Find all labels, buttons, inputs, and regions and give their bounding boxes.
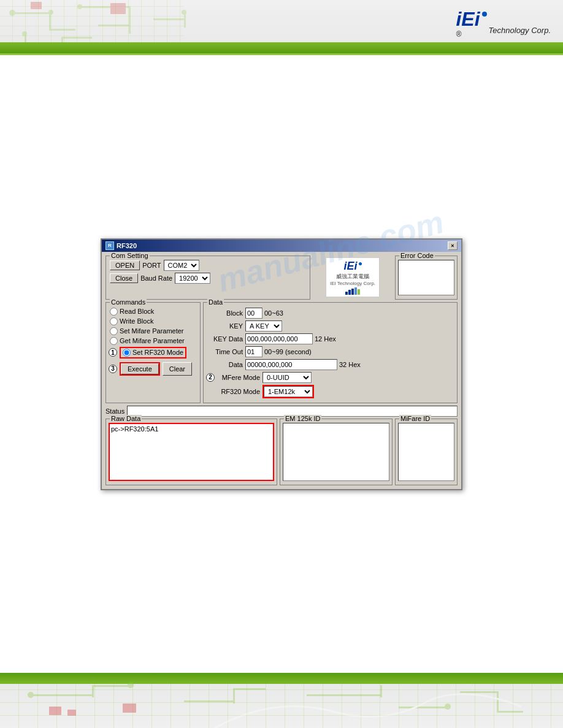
data-field-label: Data: [207, 361, 243, 368]
radio-set-mifare[interactable]: [110, 327, 118, 335]
timeout-label: Time Out: [207, 348, 243, 355]
open-button[interactable]: OPEN: [110, 260, 140, 270]
dialog-logo-area: iEi 威強工業電腦 IEI Technology Corp.: [313, 256, 393, 300]
raw-data-section: Raw Data pc->RF320:5A1 EM 125k ID MiFare…: [105, 419, 458, 485]
dialog-title: R RF320: [105, 241, 137, 250]
svg-rect-18: [31, 2, 42, 9]
error-code-group: Error Code: [395, 256, 458, 300]
key-data-label: KEY Data: [207, 335, 243, 343]
svg-rect-34: [49, 707, 61, 715]
data-suffix: 32 Hex: [339, 361, 361, 368]
commands-label: Commands: [110, 298, 147, 306]
radio-set-rf320-label: Set RF320 Mode: [132, 349, 183, 356]
radio-write-block[interactable]: [110, 317, 118, 325]
company-logo-area: iEi ® Technology Corp.: [456, 9, 551, 39]
com-setting-group: Com Setting OPEN PORT COM2 Close Baud Ra…: [105, 256, 310, 300]
svg-point-26: [28, 692, 34, 698]
svg-rect-21: [94, 685, 131, 687]
svg-point-22: [128, 682, 134, 688]
key-row: KEY A KEY: [207, 320, 453, 332]
svg-rect-9: [153, 18, 184, 20]
svg-rect-33: [499, 711, 523, 713]
svg-rect-24: [233, 688, 235, 703]
clear-button[interactable]: Clear: [163, 362, 192, 376]
radio-read-block[interactable]: [110, 308, 118, 316]
dialog-logo-row: iEi: [343, 260, 361, 273]
logo-dot: [482, 12, 487, 17]
logo-tagline-text: Technology Corp.: [489, 26, 551, 35]
dialog-title-icon: R: [105, 241, 114, 250]
radio-read-block-row: Read Block: [110, 308, 196, 316]
radio-get-mifare-label: Get Mifare Parameter: [120, 337, 185, 344]
key-select[interactable]: A KEY: [245, 320, 282, 332]
dialog-logo-dot: [359, 262, 362, 265]
em125k-textarea[interactable]: [283, 423, 389, 481]
mifare-id-group: MiFare ID: [395, 419, 458, 485]
dialog-titlebar: R RF320 ×: [102, 240, 461, 252]
key-data-input[interactable]: [245, 333, 313, 344]
execute-button[interactable]: Execute: [121, 363, 159, 374]
timeout-range: 00~99 (second): [264, 348, 312, 355]
rf320-mode-row: RF320 Mode 1-EM12k: [217, 385, 453, 398]
radio-set-rf320-mode[interactable]: [123, 349, 131, 357]
circuit-svg-bottom: [0, 682, 563, 728]
svg-rect-36: [123, 703, 136, 713]
svg-rect-25: [235, 688, 266, 690]
dialog-logo-company: 威強工業電腦: [336, 273, 369, 281]
svg-rect-2: [51, 29, 75, 31]
mifare-id-textarea[interactable]: [398, 423, 454, 481]
svg-rect-16: [61, 37, 92, 39]
com-close-row: Close Baud Rate 19200: [110, 273, 306, 284]
radio-read-block-label: Read Block: [120, 308, 154, 315]
svg-rect-7: [98, 25, 129, 26]
data-row: Data 32 Hex: [207, 359, 453, 370]
radio-get-mifare[interactable]: [110, 337, 118, 345]
timeout-input[interactable]: [245, 346, 262, 357]
top-green-bar: [0, 42, 563, 53]
baud-rate-label: Baud Rate: [140, 275, 172, 282]
key-label: KEY: [207, 322, 243, 330]
radio-set-rf320-row: 1 Set RF320 Mode: [120, 347, 196, 358]
timeout-row: Time Out 00~99 (second): [207, 346, 453, 357]
mifere-mode-select[interactable]: 0-UUID: [262, 372, 312, 383]
dialog-close-button[interactable]: ×: [448, 241, 458, 250]
top-row: Com Setting OPEN PORT COM2 Close Baud Ra…: [105, 256, 458, 300]
execute-outline: Execute: [120, 362, 160, 376]
svg-point-3: [9, 10, 15, 16]
mifere-mode-label: MFere Mode: [217, 374, 260, 381]
port-select[interactable]: COM2: [164, 260, 199, 271]
rf320-dialog: R RF320 × Com Setting OPEN PORT COM2: [101, 238, 462, 490]
data-input[interactable]: [245, 359, 337, 370]
dialog-logo-eng: IEI Technology Corp.: [330, 281, 375, 286]
data-group: Data Block 00~63 KEY A KEY: [203, 302, 458, 403]
rf320-mode-select[interactable]: 1-EM12k: [264, 386, 313, 397]
svg-rect-23: [184, 700, 233, 702]
svg-rect-17: [110, 3, 126, 14]
baud-rate-select[interactable]: 19200: [175, 273, 210, 284]
svg-rect-1: [49, 12, 51, 31]
svg-rect-6: [129, 6, 131, 34]
annotation-badge-2: 2: [206, 373, 215, 382]
em125k-label: EM 125k ID: [284, 415, 321, 422]
rf320-mode-outline: 1-EM12k: [262, 385, 314, 398]
mifare-id-label: MiFare ID: [399, 415, 431, 422]
svg-rect-28: [380, 685, 382, 697]
radio-set-mifare-label: Set Mifare Parameter: [120, 327, 184, 335]
raw-data-group: Raw Data pc->RF320:5A1: [105, 419, 277, 485]
svg-rect-20: [92, 685, 94, 697]
com-open-row: OPEN PORT COM2: [110, 260, 306, 271]
com-close-button[interactable]: Close: [110, 273, 138, 283]
radio-get-mifare-row: Get Mifare Parameter: [110, 337, 196, 345]
dialog-logo: iEi 威強工業電腦 IEI Technology Corp.: [326, 257, 380, 297]
svg-rect-29: [399, 707, 448, 708]
block-input[interactable]: [245, 308, 262, 319]
svg-point-30: [445, 703, 451, 710]
iei-logo-text: iEi: [456, 9, 480, 29]
raw-data-textarea[interactable]: pc->RF320:5A1: [109, 423, 274, 481]
block-row: Block 00~63: [207, 308, 453, 319]
svg-point-14: [22, 31, 27, 36]
svg-rect-31: [460, 691, 497, 693]
error-code-textarea[interactable]: [398, 260, 454, 295]
top-header: iEi ® Technology Corp.: [0, 0, 563, 55]
error-code-label: Error Code: [399, 252, 435, 259]
